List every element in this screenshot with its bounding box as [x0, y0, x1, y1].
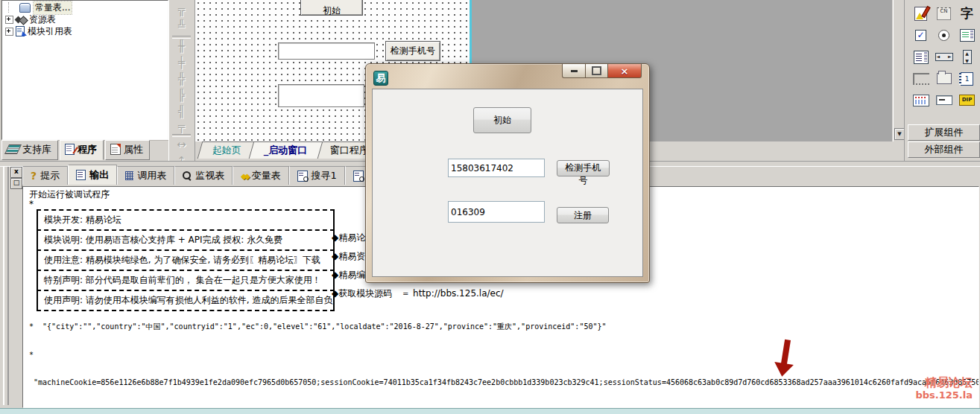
tree-item-resources[interactable]: 资源表: [2, 13, 168, 25]
phone-input[interactable]: [448, 159, 545, 177]
editline-component-button[interactable]: [932, 89, 955, 111]
properties-icon: [110, 144, 121, 155]
init-button[interactable]: 初始: [473, 107, 531, 133]
label-component-button[interactable]: 字: [955, 3, 979, 25]
designer-check-button[interactable]: 检测手机号: [385, 41, 440, 61]
caption-buttons: ×: [562, 64, 642, 78]
listbox-component-button[interactable]: [909, 46, 932, 68]
checkbox-component-icon: ✓: [915, 30, 926, 41]
align-tool-icon[interactable]: ╬: [173, 71, 190, 87]
search-icon: [353, 171, 364, 182]
variables-icon: ◆◆: [241, 172, 247, 180]
picture-component-button[interactable]: 1: [955, 68, 979, 89]
tab-start-page[interactable]: 起始页: [197, 141, 257, 159]
call-table-icon: [125, 171, 133, 180]
minimize-button[interactable]: [562, 64, 586, 78]
dip-component-button[interactable]: DIP: [955, 89, 979, 111]
module-ref-table-icon: [16, 26, 25, 36]
sketch-component-icon: [914, 7, 927, 21]
check-phone-button[interactable]: 检测手机号: [557, 160, 610, 176]
groupline-component-button[interactable]: [909, 68, 932, 89]
maximize-button[interactable]: [586, 64, 608, 78]
align-tool-icon[interactable]: ╦: [173, 2, 190, 18]
close-panel-button[interactable]: x: [10, 167, 22, 178]
align-tool-icon[interactable]: ╫: [173, 39, 190, 54]
app-dialog[interactable]: 易 × 初始 检测手机号 注册: [365, 63, 650, 283]
tab-call-table[interactable]: 调用表: [117, 166, 174, 185]
panel-grip[interactable]: [3, 167, 9, 405]
align-toolbar: ╦ ╩ ╫ ╪ ╬ ╠ ╣ ╤ ↔ ↕: [168, 0, 195, 161]
watermark: 精易论坛 bbs.125.la: [915, 375, 973, 401]
register-button[interactable]: 注册: [557, 207, 609, 223]
status-bar: [0, 408, 980, 414]
picture-component-icon: 1: [961, 72, 973, 86]
watermark-site: bbs.125.la: [915, 389, 973, 401]
sketch-component-button[interactable]: [909, 3, 932, 25]
vscrollbar-component-button[interactable]: ▲▼: [955, 46, 979, 68]
align-tool-icon[interactable]: ↔: [173, 137, 190, 153]
expand-components-button[interactable]: 扩展组件: [908, 124, 980, 141]
tabsheet-component-button[interactable]: [932, 68, 955, 89]
tab-program[interactable]: 程序: [60, 140, 104, 160]
log-lines: * "{"city":"","country":"中国","countryid"…: [29, 304, 979, 408]
tree-item-label: 模块引用表: [28, 25, 72, 38]
align-tool-icon[interactable]: ╤: [173, 119, 190, 135]
tab-search1[interactable]: 搜寻1: [289, 166, 345, 185]
resource-table-icon: [16, 16, 26, 24]
expand-icon[interactable]: [5, 28, 13, 36]
magnifier-icon: [183, 171, 192, 180]
constants-table-icon: [19, 3, 31, 13]
align-tool-icon[interactable]: ╪: [173, 55, 190, 71]
tree-item-modules[interactable]: 模块引用表: [2, 25, 168, 37]
close-icon: ×: [621, 66, 629, 77]
align-tool-icon[interactable]: ╣: [173, 104, 190, 120]
help-icon: ?: [31, 170, 37, 182]
search-icon: [297, 171, 308, 182]
tab-variable-table[interactable]: ◆◆ 变量表: [233, 166, 288, 185]
maximize-panel-button[interactable]: □: [10, 178, 22, 189]
cn-box-icon: CN: [937, 7, 951, 20]
close-button[interactable]: ×: [608, 64, 642, 78]
tab-label: 监视表: [195, 169, 224, 182]
external-components-button[interactable]: 外部组件: [908, 141, 980, 158]
radio-component-button[interactable]: [932, 25, 955, 46]
tab-label: 搜寻1: [312, 169, 337, 182]
combobox-component-button[interactable]: [955, 25, 979, 46]
tab-label: 程序: [78, 143, 97, 156]
calendar-component-button[interactable]: [909, 89, 932, 111]
designer-init-button[interactable]: 初始: [300, 0, 363, 16]
designer-phone-textbox[interactable]: [278, 42, 375, 60]
tab-startup-window[interactable]: _启动窗口: [249, 141, 323, 159]
app-icon: 易: [373, 71, 388, 86]
output-icon: [76, 170, 86, 180]
align-tool-icon[interactable]: ╩: [173, 19, 190, 34]
tab-properties[interactable]: 属性: [105, 140, 150, 160]
checkbox-component-button[interactable]: ✓: [909, 25, 932, 46]
designer-code-textbox[interactable]: [278, 84, 364, 107]
tree-item-constants[interactable]: 常量表...: [2, 1, 168, 13]
dialog-body: 初始 检测手机号 注册: [372, 89, 643, 277]
tab-output[interactable]: 输出: [68, 165, 117, 185]
tab-label: 输出: [89, 168, 109, 182]
log-header-line: *: [29, 199, 34, 209]
tabsheet-component-icon: [937, 73, 952, 84]
tab-support-library[interactable]: 支持库: [1, 140, 58, 160]
expand-icon[interactable]: [5, 16, 13, 24]
log-line: "machineCookie=856e1126e6b88e7f1b4939e1f…: [29, 378, 979, 388]
log-line: *: [29, 351, 979, 360]
left-panel-tabs: 支持库 程序 属性: [1, 140, 151, 160]
ide-root: 常量表... 资源表 模块引用表 支持库 程序 属性 ╦ ╩: [0, 0, 980, 414]
tab-label: 属性: [124, 143, 143, 156]
code-input[interactable]: [448, 201, 545, 223]
scroll-down-icon[interactable]: ▼: [894, 128, 905, 140]
tab-label: 调用表: [137, 169, 166, 182]
align-tool-icon[interactable]: ╠: [173, 88, 190, 104]
cn-box-component-button[interactable]: CN: [932, 3, 955, 25]
banner-row: 模块说明: 使用易语言核心支持库 + API完成 授权: 永久免费: [37, 229, 335, 249]
tree-item-label: 资源表: [29, 13, 56, 26]
tab-hint[interactable]: ? 提示: [22, 166, 68, 185]
tab-watch-table[interactable]: 监视表: [174, 166, 233, 185]
designer-scrollbar[interactable]: ▼: [893, 0, 904, 141]
hscrollbar-component-button[interactable]: ◄►: [932, 46, 955, 68]
banner-annotation: ◆精易编: [332, 269, 365, 281]
